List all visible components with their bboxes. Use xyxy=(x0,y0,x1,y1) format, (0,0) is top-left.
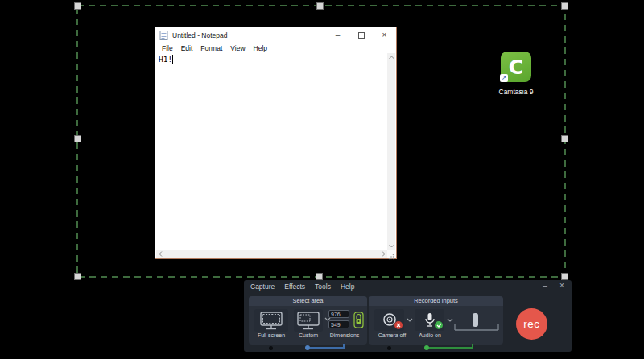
audio-indicator-line xyxy=(429,347,473,349)
notepad-menu-view[interactable]: View xyxy=(226,44,249,52)
recorder-menu-help[interactable]: Help xyxy=(341,283,354,291)
camera-off-badge-icon xyxy=(394,321,402,329)
custom-area-monitor-icon xyxy=(296,311,320,330)
select-area-fullscreen-indicator-dot[interactable] xyxy=(269,346,273,350)
custom-label: Custom xyxy=(291,332,326,338)
recorder-close-button[interactable]: × xyxy=(557,281,567,290)
rec-button-label: rec xyxy=(523,318,539,330)
notepad-menu-format[interactable]: Format xyxy=(196,44,226,52)
slider-handle[interactable] xyxy=(473,313,478,327)
selection-handle-top-middle[interactable] xyxy=(316,2,324,10)
selection-handle-bottom-right[interactable] xyxy=(561,273,568,280)
maximize-icon xyxy=(358,32,365,39)
audio-indicator-tick xyxy=(472,344,473,349)
lock-aspect-icon[interactable] xyxy=(353,312,365,328)
notepad-menu-edit[interactable]: Edit xyxy=(177,44,197,52)
notepad-horizontal-scrollbar[interactable] xyxy=(156,250,387,258)
camtasia-recorder-panel: Capture Effects Tools Help – × Select ar… xyxy=(244,280,572,352)
select-area-section: Select area Full screen xyxy=(249,296,367,345)
recorder-minimize-button[interactable]: – xyxy=(540,281,550,290)
camera-indicator-dot[interactable] xyxy=(387,346,391,350)
full-screen-button[interactable] xyxy=(254,309,288,332)
camera-label: Camera off xyxy=(369,332,415,338)
text-caret xyxy=(172,55,173,64)
rec-button[interactable]: rec xyxy=(516,308,547,340)
resize-grip[interactable] xyxy=(387,250,395,258)
scroll-up-icon[interactable] xyxy=(387,53,395,61)
select-area-indicator-tick xyxy=(343,344,345,349)
desktop: Untitled - Notepad – × File Edit Format … xyxy=(0,0,644,359)
camtasia-logo-icon: C xyxy=(509,56,523,79)
shortcut-arrow-icon: ↗ xyxy=(500,74,508,82)
notepad-menubar: File Edit Format View Help xyxy=(155,43,396,53)
notepad-menu-file[interactable]: File xyxy=(158,44,177,52)
full-screen-label: Full screen xyxy=(249,332,294,338)
audio-dropdown-icon[interactable] xyxy=(447,318,453,322)
selection-handle-bottom-left[interactable] xyxy=(74,273,81,280)
notepad-vertical-scrollbar[interactable] xyxy=(387,53,395,250)
select-area-header: Select area xyxy=(249,296,367,306)
selection-handle-top-right[interactable] xyxy=(561,2,568,10)
notepad-title: Untitled - Notepad xyxy=(172,31,228,39)
notepad-text: H1! xyxy=(159,55,173,64)
selection-handle-bottom-middle[interactable] xyxy=(316,273,323,280)
recorder-menu-capture[interactable]: Capture xyxy=(250,283,275,291)
camera-dropdown-icon[interactable] xyxy=(407,318,413,322)
notepad-maximize-button[interactable] xyxy=(349,27,373,43)
recorded-inputs-section: Recorded inputs Camera off xyxy=(369,296,503,345)
selection-handle-middle-right[interactable] xyxy=(561,135,568,142)
selection-handle-top-left[interactable] xyxy=(74,2,81,10)
scroll-left-icon[interactable] xyxy=(156,250,164,258)
dimension-height-input[interactable] xyxy=(328,320,349,328)
recorder-menubar: Capture Effects Tools Help xyxy=(250,283,354,291)
dimension-width-input[interactable] xyxy=(328,310,349,318)
audio-toggle-button[interactable] xyxy=(415,309,444,331)
audio-on-badge-icon xyxy=(435,321,443,329)
notepad-close-button[interactable]: × xyxy=(373,27,396,43)
camera-toggle-button[interactable] xyxy=(374,309,404,331)
notepad-titlebar[interactable]: Untitled - Notepad – × xyxy=(155,27,396,43)
audio-label: Audio on xyxy=(414,332,446,338)
scroll-right-icon[interactable] xyxy=(379,250,387,258)
notepad-app-icon xyxy=(159,30,168,40)
recorded-inputs-header: Recorded inputs xyxy=(369,296,503,306)
full-screen-monitor-icon xyxy=(259,311,283,330)
scroll-down-icon[interactable] xyxy=(387,241,395,250)
recorder-menu-tools[interactable]: Tools xyxy=(315,283,331,291)
notepad-menu-help[interactable]: Help xyxy=(250,44,271,52)
notepad-minimize-button[interactable]: – xyxy=(326,27,349,43)
custom-area-button[interactable] xyxy=(294,309,323,332)
notepad-text-area[interactable]: H1! xyxy=(156,53,395,258)
dimensions-label: Dimensions xyxy=(323,332,366,338)
selection-handle-middle-left[interactable] xyxy=(74,135,81,142)
notepad-window: Untitled - Notepad – × File Edit Format … xyxy=(155,27,397,259)
select-area-indicator-line xyxy=(310,347,344,349)
recorder-menu-effects[interactable]: Effects xyxy=(284,283,305,291)
camtasia-icon-label: Camtasia 9 xyxy=(484,88,548,96)
